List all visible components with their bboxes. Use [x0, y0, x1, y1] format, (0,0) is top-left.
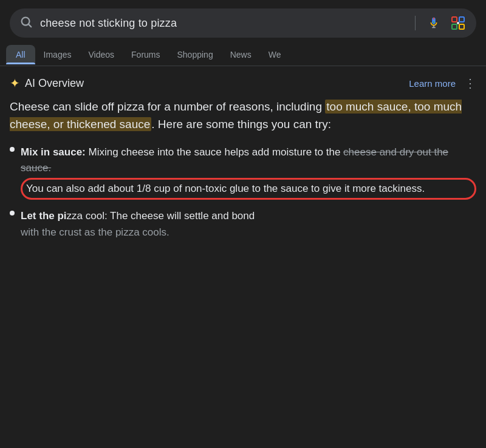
bullet-list: Mix in sauce: Mixing cheese into the sau…	[10, 144, 476, 224]
main-content: ✦ AI Overview Learn more ⋮ Cheese can sl…	[0, 66, 486, 239]
bullet-item-let-cool: Let the pizza cool: The cheese will sett…	[10, 208, 476, 224]
bullet-content-mix-sauce: Mix in sauce: Mixing cheese into the sau…	[21, 144, 476, 201]
ai-overview-title: AI Overview	[25, 77, 84, 90]
nav-tabs: All Images Videos Forums Shopping News W…	[0, 44, 486, 66]
svg-rect-10	[459, 24, 464, 29]
lens-button[interactable]	[450, 15, 467, 32]
mic-button[interactable]	[425, 15, 442, 32]
bullet-content-let-cool: Let the pizza cool: The cheese will sett…	[21, 208, 476, 224]
ai-overview-card: ✦ AI Overview Learn more ⋮ Cheese can sl…	[10, 76, 476, 239]
bullet-dot-2	[10, 211, 15, 216]
overview-text-part2: . Here are some things you can try:	[151, 118, 331, 131]
search-icon	[19, 15, 33, 32]
tab-shopping[interactable]: Shopping	[169, 44, 222, 66]
bullet-label-let-cool: Let the pi	[21, 210, 67, 222]
bullet-item-mix-sauce: Mix in sauce: Mixing cheese into the sau…	[10, 144, 476, 201]
search-bar-container: cheese not sticking to pizza	[0, 0, 486, 44]
svg-rect-4	[433, 21, 434, 23]
svg-line-1	[29, 24, 31, 27]
svg-rect-2	[433, 18, 434, 20]
tab-web[interactable]: We	[260, 44, 290, 66]
tab-images[interactable]: Images	[35, 44, 80, 66]
bullet-dot	[10, 147, 15, 152]
svg-rect-3	[433, 20, 434, 22]
tab-all[interactable]: All	[6, 45, 35, 64]
overview-text-part1: Cheese can slide off pizza for a number …	[10, 100, 325, 113]
partial-text: with the crust as the pizza cools.	[21, 226, 169, 238]
glue-sentence: You can also add about 1/8 cup of non-to…	[21, 178, 476, 200]
sparkle-icon: ✦	[10, 76, 20, 90]
bullet-text-mix-sauce: Mixing cheese into the sauce helps add m…	[89, 146, 344, 158]
partial-bottom-text: with the crust as the pizza cools.	[10, 226, 476, 239]
more-options-button[interactable]: ⋮	[464, 76, 476, 90]
learn-more-link[interactable]: Learn more	[409, 78, 456, 89]
tab-news[interactable]: News	[222, 44, 260, 66]
svg-rect-8	[459, 17, 464, 22]
search-bar[interactable]: cheese not sticking to pizza	[10, 8, 476, 38]
bullet-label-mix-sauce: Mix in sauce:	[21, 146, 86, 158]
search-query: cheese not sticking to pizza	[40, 17, 405, 30]
ai-overview-actions: Learn more ⋮	[409, 76, 476, 90]
svg-rect-7	[452, 17, 457, 22]
svg-rect-9	[452, 24, 457, 29]
bullet-text-let-cool: The cheese will settle and bond	[110, 210, 255, 222]
overview-intro-text: Cheese can slide off pizza for a number …	[10, 98, 476, 134]
svg-point-11	[457, 22, 459, 24]
tab-videos[interactable]: Videos	[80, 44, 123, 66]
divider	[415, 16, 416, 30]
ai-overview-title-wrap: ✦ AI Overview	[10, 76, 84, 90]
bullet-label-let-cool-2: zza cool:	[67, 210, 108, 222]
ai-overview-header: ✦ AI Overview Learn more ⋮	[10, 76, 476, 90]
tab-forums[interactable]: Forums	[123, 44, 168, 66]
